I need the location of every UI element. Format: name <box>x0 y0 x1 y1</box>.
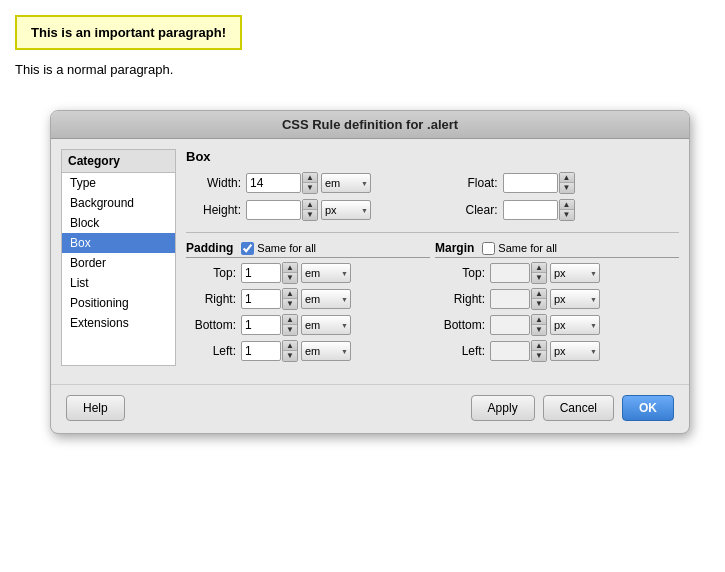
margin-bottom-unit-select[interactable]: px em % <box>550 315 600 335</box>
height-unit-wrapper: px em % <box>321 200 371 220</box>
padding-bottom-down[interactable]: ▼ <box>283 325 297 335</box>
float-down-arrow[interactable]: ▼ <box>560 183 574 193</box>
padding-bottom-spinner[interactable]: ▲ ▼ <box>282 314 298 336</box>
margin-title-text: Margin <box>435 241 474 255</box>
float-row: Float: ▲ ▼ <box>443 172 680 194</box>
margin-right-input[interactable] <box>490 289 530 309</box>
sections-row: Padding Same for all Top: ▲ ▼ <box>186 241 679 366</box>
padding-top-spinner[interactable]: ▲ ▼ <box>282 262 298 284</box>
clear-row: Clear: ▲ ▼ <box>443 199 680 221</box>
category-box[interactable]: Box <box>62 233 175 253</box>
padding-right-input[interactable] <box>241 289 281 309</box>
help-button[interactable]: Help <box>66 395 125 421</box>
padding-left-unit-select[interactable]: em px % <box>301 341 351 361</box>
wh-group: Width: ▲ ▼ em px % <box>186 172 423 226</box>
padding-same-for-all-checkbox[interactable] <box>241 242 254 255</box>
category-extensions[interactable]: Extensions <box>62 313 175 333</box>
padding-same-for-all-label[interactable]: Same for all <box>241 242 316 255</box>
margin-same-for-all-checkbox[interactable] <box>482 242 495 255</box>
padding-right-unit-select[interactable]: em px % <box>301 289 351 309</box>
padding-right-down[interactable]: ▼ <box>283 299 297 309</box>
category-panel: Category Type Background Block Box Borde… <box>61 149 176 366</box>
margin-left-unit-select[interactable]: px em % <box>550 341 600 361</box>
divider <box>186 232 679 233</box>
padding-bottom-up[interactable]: ▲ <box>283 315 297 325</box>
padding-bottom-unit-select[interactable]: em px % <box>301 315 351 335</box>
margin-section: Margin Same for all Top: ▲ ▼ <box>435 241 679 366</box>
padding-section: Padding Same for all Top: ▲ ▼ <box>186 241 430 366</box>
height-spinner[interactable]: ▲ ▼ <box>302 199 318 221</box>
margin-top-unit-select[interactable]: px em % <box>550 263 600 283</box>
margin-bottom-spinner[interactable]: ▲ ▼ <box>531 314 547 336</box>
padding-right-row: Right: ▲ ▼ em px % <box>186 288 430 310</box>
ok-button[interactable]: OK <box>622 395 674 421</box>
margin-left-up[interactable]: ▲ <box>532 341 546 351</box>
float-up-arrow[interactable]: ▲ <box>560 173 574 183</box>
float-label: Float: <box>443 176 498 190</box>
padding-right-unit-wrapper: em px % <box>301 289 351 309</box>
margin-same-for-all-label[interactable]: Same for all <box>482 242 557 255</box>
padding-left-spinner[interactable]: ▲ ▼ <box>282 340 298 362</box>
category-border[interactable]: Border <box>62 253 175 273</box>
margin-right-spinner[interactable]: ▲ ▼ <box>531 288 547 310</box>
category-background[interactable]: Background <box>62 193 175 213</box>
padding-same-label-text: Same for all <box>257 242 316 254</box>
padding-bottom-input[interactable] <box>241 315 281 335</box>
padding-top-down[interactable]: ▼ <box>283 273 297 283</box>
width-input[interactable] <box>246 173 301 193</box>
category-type[interactable]: Type <box>62 173 175 193</box>
padding-title: Padding Same for all <box>186 241 430 258</box>
margin-top-unit-wrapper: px em % <box>550 263 600 283</box>
float-input[interactable] <box>503 173 558 193</box>
padding-left-up[interactable]: ▲ <box>283 341 297 351</box>
margin-bottom-up[interactable]: ▲ <box>532 315 546 325</box>
category-list[interactable]: List <box>62 273 175 293</box>
margin-left-down[interactable]: ▼ <box>532 351 546 361</box>
dialog-footer: Help Apply Cancel OK <box>51 384 689 433</box>
margin-right-unit-select[interactable]: px em % <box>550 289 600 309</box>
cancel-button[interactable]: Cancel <box>543 395 614 421</box>
margin-left-input[interactable] <box>490 341 530 361</box>
apply-button[interactable]: Apply <box>471 395 535 421</box>
margin-bottom-down[interactable]: ▼ <box>532 325 546 335</box>
float-spinner[interactable]: ▲ ▼ <box>559 172 575 194</box>
padding-left-input[interactable] <box>241 341 281 361</box>
important-paragraph: This is an important paragraph! <box>15 15 242 50</box>
padding-top-unit-select[interactable]: em px % <box>301 263 351 283</box>
margin-right-up[interactable]: ▲ <box>532 289 546 299</box>
margin-title: Margin Same for all <box>435 241 679 258</box>
height-unit-select[interactable]: px em % <box>321 200 371 220</box>
margin-top-up[interactable]: ▲ <box>532 263 546 273</box>
width-spinner[interactable]: ▲ ▼ <box>302 172 318 194</box>
margin-top-down[interactable]: ▼ <box>532 273 546 283</box>
clear-spinner[interactable]: ▲ ▼ <box>559 199 575 221</box>
margin-bottom-input[interactable] <box>490 315 530 335</box>
margin-left-spinner[interactable]: ▲ ▼ <box>531 340 547 362</box>
clear-down-arrow[interactable]: ▼ <box>560 210 574 220</box>
category-positioning[interactable]: Positioning <box>62 293 175 313</box>
height-input[interactable] <box>246 200 301 220</box>
margin-top-spinner[interactable]: ▲ ▼ <box>531 262 547 284</box>
padding-left-down[interactable]: ▼ <box>283 351 297 361</box>
width-up-arrow[interactable]: ▲ <box>303 173 317 183</box>
dialog-body: Category Type Background Block Box Borde… <box>51 139 689 376</box>
footer-right: Apply Cancel OK <box>471 395 674 421</box>
height-up-arrow[interactable]: ▲ <box>303 200 317 210</box>
padding-right-up[interactable]: ▲ <box>283 289 297 299</box>
margin-bottom-unit-wrapper: px em % <box>550 315 600 335</box>
dialog-title: CSS Rule definition for .alert <box>51 111 689 139</box>
margin-top-row: Top: ▲ ▼ px em % <box>435 262 679 284</box>
width-unit-select[interactable]: em px % <box>321 173 371 193</box>
clear-input[interactable] <box>503 200 558 220</box>
margin-right-down[interactable]: ▼ <box>532 299 546 309</box>
margin-left-label: Left: <box>435 344 485 358</box>
padding-top-input[interactable] <box>241 263 281 283</box>
width-down-arrow[interactable]: ▼ <box>303 183 317 193</box>
padding-top-up[interactable]: ▲ <box>283 263 297 273</box>
padding-right-spinner[interactable]: ▲ ▼ <box>282 288 298 310</box>
height-down-arrow[interactable]: ▼ <box>303 210 317 220</box>
category-block[interactable]: Block <box>62 213 175 233</box>
clear-up-arrow[interactable]: ▲ <box>560 200 574 210</box>
clear-label: Clear: <box>443 203 498 217</box>
margin-top-input[interactable] <box>490 263 530 283</box>
